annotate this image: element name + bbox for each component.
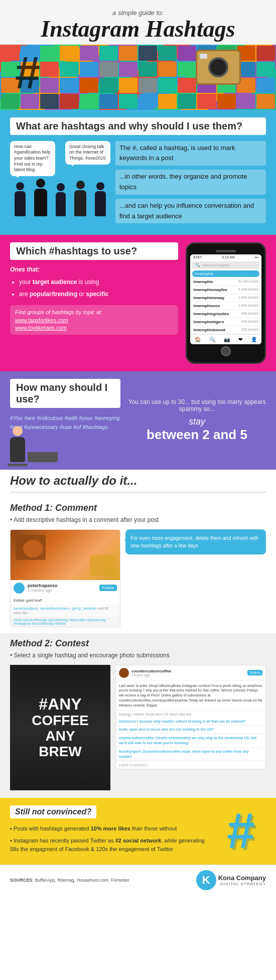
- hashtag-spam-example: #You #are #ridiculous #with #your #annoy…: [10, 414, 120, 432]
- can-use-text: You can use up to 30... but using too ma…: [128, 398, 266, 412]
- contest-post: counterculturecoffee 3 hours ago Follow …: [115, 665, 266, 770]
- comment-row-users: beverlysdavis, danielbachmann, gerry_bel…: [11, 605, 120, 617]
- phone-results: #memphis64,000 posts #memphismayfire3,14…: [190, 278, 261, 334]
- contest-comment-2: truttu open also to those who are not re…: [116, 726, 265, 734]
- coffee-hashtag-line1: #ANY: [39, 695, 81, 713]
- logo-area: K Kona Company DIGITAL STRATEGY: [196, 870, 266, 890]
- collage-section: #: [0, 45, 276, 110]
- post-caption: Edible gold leaf!: [11, 596, 120, 605]
- search-icon: 🔍: [195, 263, 200, 267]
- comment-demo: petertrapasso 2 months ago Follow Edible…: [10, 529, 266, 627]
- how-to-heading-wrap: How to actually do it...: [0, 470, 276, 500]
- contest-comment4-user: brooklynpure: [119, 750, 142, 753]
- how-to-heading: How to actually do it...: [10, 474, 266, 493]
- phone-nav-camera[interactable]: 📷: [224, 337, 230, 342]
- tip-bullet-1: your target audience is using: [19, 276, 178, 288]
- sources-list: BufferApp, Ritemag, Househunt.com, Forre…: [35, 878, 129, 883]
- contest-comment1-user: mlorberon: [119, 720, 136, 723]
- method1-desc: • Add descriptive hashtags in a comment …: [10, 516, 266, 523]
- hash-big-symbol: #: [216, 805, 266, 856]
- logo-sub: DIGITAL STRATEGY: [218, 882, 266, 886]
- convince-text: Still not convinced? Posts with hashtags…: [10, 805, 208, 858]
- phone-search-bar[interactable]: 🔍 Search Instagram: [192, 261, 259, 269]
- method2-desc: • Select a single hashtag and encourage …: [10, 652, 266, 659]
- coffee-image: #ANY COFFEE ANY BREW: [10, 665, 110, 790]
- tip-bubble: For even more engagement, delete them an…: [125, 529, 266, 554]
- contest-username: counterculturecoffee: [131, 669, 245, 673]
- topliketags-link[interactable]: www.topliketags.com: [15, 325, 173, 331]
- post-user-row: petertrapasso 2 months ago Follow: [11, 580, 120, 596]
- sources-label: SOURCES: [10, 878, 33, 883]
- contest-comment-4: brooklynpure @counterculturecoffee nope.…: [116, 748, 265, 761]
- coffee-hashtag-line4: BREW: [39, 744, 82, 760]
- header-subtitle: a simple guide to:: [5, 5, 271, 17]
- phone-carrier: AT&T: [193, 255, 202, 259]
- post-user-info: petertrapasso 2 months ago: [28, 583, 96, 593]
- stay-label: stay: [128, 416, 266, 427]
- result-6: #memphisbound208 photos: [190, 326, 261, 334]
- still-not-convinced-section: Still not convinced? Posts with hashtags…: [0, 798, 276, 865]
- phone-speaker: [216, 250, 236, 252]
- contest-user-info: counterculturecoffee 3 hours ago: [131, 669, 245, 677]
- phone-screen: AT&T 9:13 AM ▪▪▪ 🔍 Search Instagram #mem…: [190, 254, 261, 344]
- logo-name: Kona Company: [218, 874, 266, 882]
- convince-point-1: Posts with hashtags generated 10% more l…: [10, 824, 208, 833]
- follow-button[interactable]: Follow: [99, 585, 117, 591]
- what-are-hashtags-section: What are hashtags and why should I use t…: [0, 110, 276, 235]
- logo-k: K: [202, 874, 210, 887]
- post-username: petertrapasso: [28, 583, 96, 588]
- phone-battery: ▪▪▪: [255, 255, 258, 259]
- phone-nav-heart[interactable]: ❤: [238, 337, 242, 342]
- phone-home-button[interactable]: [221, 346, 231, 356]
- contest-post-header: counterculturecoffee 3 hours ago Follow: [116, 665, 265, 681]
- footer-section: SOURCES: BufferApp, Ritemag, Househunt.c…: [0, 865, 276, 895]
- contest-comment3-user: counterculturecoffee: [119, 736, 154, 740]
- post-image: [11, 530, 120, 580]
- phone-status-bar: AT&T 9:13 AM ▪▪▪: [190, 254, 261, 260]
- purple-right: You can use up to 30... but using too ma…: [128, 398, 266, 443]
- header-title: Instagram Hashtags: [5, 17, 271, 45]
- post-avatar: [14, 583, 25, 594]
- contest-comment2-text: open also to those who are not residing …: [129, 728, 214, 731]
- definition-1: The #, called a hashtag, is used to mark…: [115, 141, 266, 166]
- definition-2: ...in other words, they organize and pro…: [115, 170, 266, 195]
- definition-3: ...and can help you influence conversati…: [115, 199, 266, 224]
- phone-nav-home[interactable]: 🏠: [195, 337, 201, 342]
- silhouettes-area: How can #gamification help your sales te…: [10, 141, 110, 216]
- logo-circle: K: [196, 870, 216, 890]
- section1-heading: What are hashtags and why should I use t…: [10, 117, 266, 135]
- hash-symbol-large: #: [15, 47, 40, 99]
- person-figure: [10, 437, 25, 462]
- phone-nav-search[interactable]: 🔍: [209, 337, 215, 342]
- search-placeholder: Search Instagram: [202, 263, 230, 267]
- ones-that-label: Ones that:: [10, 266, 178, 273]
- large-hash-symbol: #: [216, 805, 266, 856]
- logo-text: Kona Company DIGITAL STRATEGY: [218, 874, 266, 886]
- contest-follow-btn[interactable]: Follow: [247, 670, 262, 675]
- convince-point-2: Instagram has recently passed Twitter as…: [10, 836, 208, 853]
- how-many-section: How many should I use? #You #are #ridicu…: [0, 371, 276, 469]
- phone-nav-profile[interactable]: 👤: [251, 337, 257, 342]
- phone-mockup: AT&T 9:13 AM ▪▪▪ 🔍 Search Instagram #mem…: [186, 242, 266, 364]
- silhouette-group: [10, 179, 110, 216]
- convince-heading: Still not convinced?: [10, 805, 96, 818]
- section2-heading: Which #hashtags to use?: [10, 242, 178, 260]
- page-header: a simple guide to: Instagram Hashtags: [0, 0, 276, 45]
- result-5: #memphistigers430 photos: [190, 318, 261, 326]
- leave-comment-input[interactable]: Leave a comment...: [116, 761, 265, 769]
- post-time: 2 months ago: [28, 588, 96, 593]
- commenters-link[interactable]: beverlysdavis, danielbachmann, gerry_bel…: [14, 606, 98, 611]
- definition-area: The #, called a hashtag, is used to mark…: [115, 141, 266, 228]
- result-4: #memphisgrizzlies486 photos: [190, 310, 261, 318]
- result-2: #memphisismay1,649 photos: [190, 294, 261, 302]
- contest-comment-3: counterculturecoffee @truttu unfortunate…: [116, 734, 265, 748]
- keyboard-figure: [28, 452, 58, 462]
- contest-demo: #ANY COFFEE ANY BREW counterculturecoffe…: [10, 665, 266, 790]
- coffee-hashtag-line2: COFFEE: [32, 713, 89, 729]
- contest-comment2-user: truttu: [119, 728, 128, 731]
- find-groups-label: Find groups of hashtags by topic at:: [15, 309, 173, 315]
- post-screenshot: petertrapasso 2 months ago Follow Edible…: [10, 529, 120, 627]
- contest-avatar: [119, 668, 129, 678]
- tagsforlikes-link[interactable]: www.tagsforlikes.com: [15, 317, 173, 323]
- coffee-hashtag-line3: ANY: [45, 729, 75, 744]
